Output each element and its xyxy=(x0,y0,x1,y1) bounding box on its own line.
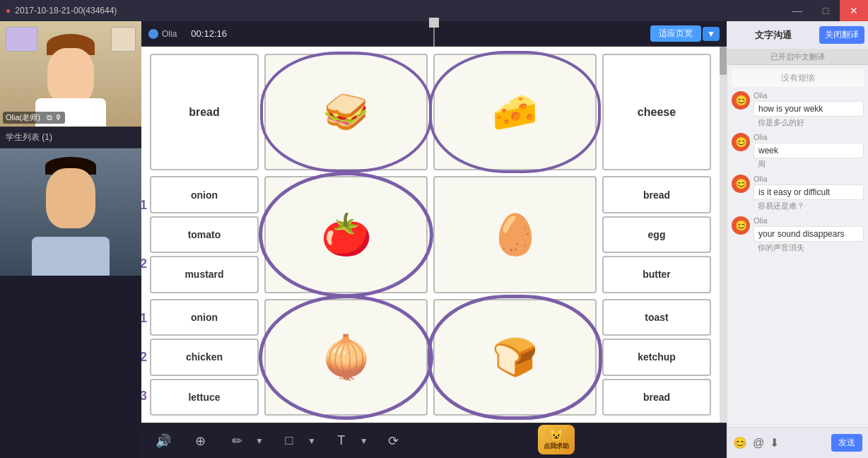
chat-text-3: is it easy or difficult xyxy=(753,184,864,200)
window-title: 2017-10-18-21-00(434644) xyxy=(15,6,117,16)
card-ketchup-word: ketchup xyxy=(602,339,711,375)
chat-translation-1: 你是多么的好 xyxy=(753,117,864,129)
chat-sender-3: Olia xyxy=(753,175,864,183)
chat-message-4: 😊 Olia your sound disappears 你的声音消失 xyxy=(732,216,864,254)
scrollbar-thumb[interactable] xyxy=(720,47,727,75)
card-words-col1-row3: 123 onion chicken lettuce xyxy=(150,299,259,416)
student-webcam xyxy=(0,148,141,276)
slider-handle[interactable] xyxy=(429,18,439,28)
chat-bubble-4: Olia your sound disappears 你的声音消失 xyxy=(753,216,864,254)
eraser-tool-button[interactable]: ⟳ xyxy=(382,430,405,452)
card-onion-word2: onion xyxy=(150,299,259,336)
translate-badge: 已开启中文翻译 xyxy=(727,49,868,65)
chat-message-3: 😊 Olia is it easy or difficult 容易还是难？ xyxy=(732,175,864,212)
card-butter-word: butter xyxy=(602,256,711,293)
chat-translation-2: 周 xyxy=(753,158,864,170)
main-layout: Olia(老师) ⧉ 🎙 学生列表 (1) Olia xyxy=(0,21,868,458)
user-name: Olia xyxy=(162,29,177,39)
card-bread-word2: bread xyxy=(602,176,711,213)
video-content: bread 🥪 🧀 cheese xyxy=(141,47,727,423)
chat-avatar-olia-2: 😊 xyxy=(732,133,750,151)
maximize-button[interactable]: □ xyxy=(811,0,840,21)
window-controls: — □ ✕ xyxy=(783,0,868,21)
teacher-name-label: Olia(老师) xyxy=(6,113,40,122)
app-icon: ● xyxy=(6,6,11,16)
help-button-label: 点我求助 xyxy=(544,442,569,451)
card-cheese-image: 🧀 xyxy=(433,54,597,170)
chat-footer: 😊 @ ⬇ 发送 xyxy=(727,427,868,458)
pen-tool-button[interactable]: ✏ xyxy=(225,430,248,452)
card-lettuce-word: lettuce xyxy=(150,379,259,416)
teacher-cam-label: Olia(老师) ⧉ 🎙 xyxy=(3,112,65,124)
video-toolbar: Olia 00:12:16 适应页宽 ▼ xyxy=(141,21,727,47)
shape-arrow[interactable]: ▼ xyxy=(307,436,316,446)
chat-title: 文字沟通 xyxy=(727,29,819,42)
card-toast-image: 🍞 xyxy=(433,299,597,416)
card-onion-image: 🧅 xyxy=(264,299,428,416)
chat-bubble-2: Olia week 周 xyxy=(753,133,864,170)
chat-panel: 文字沟通 关闭翻译 已开启中文翻译 没有烦恼 😊 Olia how is you… xyxy=(727,21,868,458)
chat-text-1: how is your wekk xyxy=(753,101,864,117)
shape-tool-button[interactable]: □ xyxy=(278,430,300,452)
card-toast-word: toast xyxy=(602,299,711,336)
chat-messages: 没有烦恼 😊 Olia how is your wekk 你是多么的好 😊 xyxy=(727,65,868,427)
chat-text-4: your sound disappears xyxy=(753,226,864,242)
teacher-webcam: Olia(老师) ⧉ 🎙 xyxy=(0,21,141,127)
fit-width-arrow-button[interactable]: ▼ xyxy=(703,27,720,41)
card-mustard-word: mustard xyxy=(150,256,259,293)
card-onion-word1: onion xyxy=(150,176,259,213)
session-timer: 00:12:16 xyxy=(191,28,227,39)
center-panel: Olia 00:12:16 适应页宽 ▼ bread xyxy=(141,21,727,458)
chat-footer-icons: 😊 @ ⬇ xyxy=(733,436,779,450)
close-translate-button[interactable]: 关闭翻译 xyxy=(819,26,864,44)
card-egg-image: 🥚 xyxy=(433,176,597,293)
chat-translation-3: 容易还是难？ xyxy=(753,200,864,212)
emoji-button[interactable]: 😊 xyxy=(733,436,747,450)
card-bread-word3: bread xyxy=(602,379,711,416)
chat-bubble-3: Olia is it easy or difficult 容易还是难？ xyxy=(753,175,864,212)
at-button[interactable]: @ xyxy=(753,437,764,450)
chat-translation-4: 你的声音消失 xyxy=(753,242,864,254)
help-button[interactable]: 😺 点我求助 xyxy=(538,425,575,454)
download-button[interactable]: ⬇ xyxy=(770,436,779,450)
card-words-col4-row2: bread egg butter xyxy=(602,176,711,293)
text-tool-button[interactable]: T xyxy=(330,430,353,452)
card-cheese-word: cheese xyxy=(602,54,711,170)
left-panel: Olia(老师) ⧉ 🎙 学生列表 (1) xyxy=(0,21,141,458)
chat-message-2: 😊 Olia week 周 xyxy=(732,133,864,170)
chat-avatar-olia-4: 😊 xyxy=(732,216,750,235)
whiteboard-scrollbar[interactable] xyxy=(720,47,727,423)
chat-sender-4: Olia xyxy=(753,216,864,225)
volume-button[interactable]: 🔊 xyxy=(152,430,175,452)
text-arrow[interactable]: ▼ xyxy=(360,436,368,446)
user-info: Olia xyxy=(148,29,177,39)
chat-avatar-olia-1: 😊 xyxy=(732,91,750,110)
chat-bubble-1: Olia how is your wekk 你是多么的好 xyxy=(753,91,864,129)
chat-avatar-olia-3: 😊 xyxy=(732,175,750,193)
send-button[interactable]: 发送 xyxy=(831,434,862,452)
card-tomato-image: 🍅 xyxy=(264,176,428,293)
card-bread-top: bread xyxy=(150,54,259,170)
chat-text-2: week xyxy=(753,143,864,158)
pen-arrow[interactable]: ▼ xyxy=(255,436,264,446)
minimize-button[interactable]: — xyxy=(783,0,811,21)
card-sandwich-image: 🥪 xyxy=(264,54,428,170)
user-avatar-dot xyxy=(148,29,158,39)
card-tomato-word: tomato xyxy=(150,216,259,253)
student-list-label: 学生列表 (1) xyxy=(0,127,141,148)
whiteboard: bread 🥪 🧀 cheese xyxy=(141,47,727,423)
card-words-col1-row2: 12 onion tomato mustard xyxy=(150,176,259,293)
card-egg-word: egg xyxy=(602,216,711,253)
chat-header: 文字沟通 关闭翻译 xyxy=(727,21,868,49)
teacher-cam-icons: ⧉ 🎙 xyxy=(47,113,62,122)
card-chicken-word: chicken xyxy=(150,339,259,375)
close-button[interactable]: ✕ xyxy=(840,0,868,21)
chat-message-1: 😊 Olia how is your wekk 你是多么的好 xyxy=(732,91,864,129)
fit-width-button[interactable]: 适应页宽 xyxy=(650,25,701,42)
chat-sender-1: Olia xyxy=(753,91,864,100)
teacher-cam-bg xyxy=(0,21,141,127)
bottom-toolbar: 🔊 ⊕ ✏ ▼ □ ▼ T ▼ ⟳ 😺 点我求助 xyxy=(141,423,727,458)
no-trouble-text: 没有烦恼 xyxy=(732,69,864,87)
card-words-col4-row3: toast ketchup bread xyxy=(602,299,711,416)
move-tool-button[interactable]: ⊕ xyxy=(189,430,211,452)
